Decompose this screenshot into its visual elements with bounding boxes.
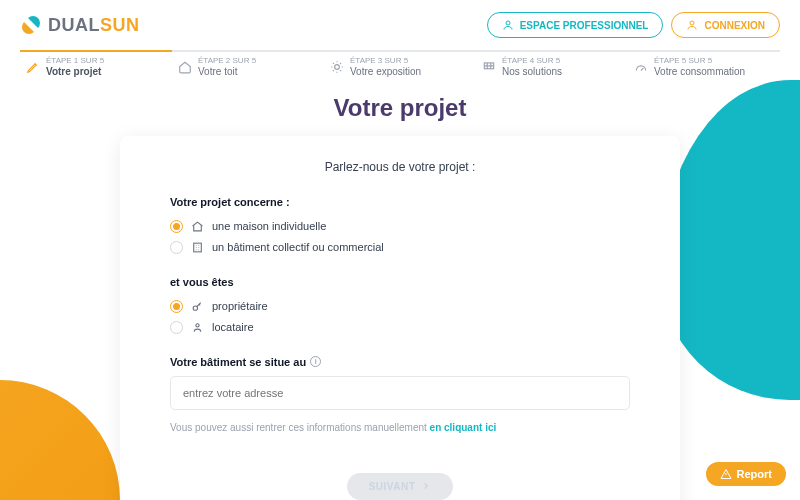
suivant-label: SUIVANT xyxy=(369,481,416,492)
header-buttons: ESPACE PROFESSIONNEL CONNEXION xyxy=(487,12,780,38)
step-4-label: ÉTAPE 4 SUR 5 xyxy=(502,56,562,66)
page-title: Votre projet xyxy=(0,94,800,122)
step-1-label: ÉTAPE 1 SUR 5 xyxy=(46,56,104,66)
step-5[interactable]: ÉTAPE 5 SUR 5 Votre consommation xyxy=(628,50,780,82)
radio-maison-individuelle[interactable]: une maison individuelle xyxy=(170,216,630,237)
svg-point-1 xyxy=(690,21,694,25)
radio-proprietaire[interactable]: propriétaire xyxy=(170,296,630,317)
pencil-icon xyxy=(26,60,40,74)
meter-icon xyxy=(634,60,648,74)
info-icon[interactable]: i xyxy=(310,356,321,367)
radio-label: propriétaire xyxy=(212,300,268,312)
svg-rect-4 xyxy=(194,243,202,252)
address-group: Votre bâtiment se situe au i Vous pouvez… xyxy=(170,356,630,433)
connexion-button[interactable]: CONNEXION xyxy=(671,12,780,38)
step-2-title: Votre toit xyxy=(198,66,256,78)
manual-entry-link[interactable]: en cliquant ici xyxy=(430,422,497,433)
svg-point-0 xyxy=(506,21,510,25)
radio-label: locataire xyxy=(212,321,254,333)
espace-professionnel-button[interactable]: ESPACE PROFESSIONNEL xyxy=(487,12,664,38)
svg-point-6 xyxy=(196,323,199,326)
panel-icon xyxy=(482,60,496,74)
step-1[interactable]: ÉTAPE 1 SUR 5 Votre projet xyxy=(20,50,172,82)
report-label: Report xyxy=(737,468,772,480)
chevron-right-icon xyxy=(421,481,431,491)
user-icon xyxy=(502,19,514,31)
header: DUALSUN ESPACE PROFESSIONNEL CONNEXION xyxy=(0,0,800,46)
key-icon xyxy=(191,300,204,313)
radio-locataire[interactable]: locataire xyxy=(170,317,630,338)
radio-indicator xyxy=(170,321,183,334)
svg-point-2 xyxy=(335,64,340,69)
building-icon xyxy=(191,241,204,254)
warning-icon xyxy=(720,468,732,480)
manual-entry-hint: Vous pouvez aussi rentrer ces informatio… xyxy=(170,422,630,433)
radio-label: un bâtiment collectif ou commercial xyxy=(212,241,384,253)
house-icon xyxy=(178,60,192,74)
form-intro: Parlez-nous de votre projet : xyxy=(170,160,630,174)
stepper: ÉTAPE 1 SUR 5 Votre projet ÉTAPE 2 SUR 5… xyxy=(0,50,800,82)
connexion-label: CONNEXION xyxy=(704,20,765,31)
step-2[interactable]: ÉTAPE 2 SUR 5 Votre toit xyxy=(172,50,324,82)
logo-icon xyxy=(20,14,42,36)
step-5-label: ÉTAPE 5 SUR 5 xyxy=(654,56,745,66)
logo-text-dual: DUAL xyxy=(48,15,100,35)
svg-point-5 xyxy=(193,306,197,310)
project-type-group: Votre projet concerne : une maison indiv… xyxy=(170,196,630,258)
report-button[interactable]: Report xyxy=(706,462,786,486)
step-1-title: Votre projet xyxy=(46,66,104,78)
sun-icon xyxy=(330,60,344,74)
address-label: Votre bâtiment se situe au i xyxy=(170,356,630,368)
radio-indicator xyxy=(170,241,183,254)
form-card: Parlez-nous de votre projet : Votre proj… xyxy=(120,136,680,500)
step-4[interactable]: ÉTAPE 4 SUR 5 Nos solutions xyxy=(476,50,628,82)
step-4-title: Nos solutions xyxy=(502,66,562,78)
radio-indicator xyxy=(170,300,183,313)
role-group: et vous êtes propriétaire locataire xyxy=(170,276,630,338)
role-label: et vous êtes xyxy=(170,276,630,288)
radio-indicator xyxy=(170,220,183,233)
user-icon xyxy=(191,321,204,334)
project-type-label: Votre projet concerne : xyxy=(170,196,630,208)
home-icon xyxy=(191,220,204,233)
step-3-label: ÉTAPE 3 SUR 5 xyxy=(350,56,421,66)
address-input[interactable] xyxy=(170,376,630,410)
suivant-button[interactable]: SUIVANT xyxy=(347,473,454,500)
step-3-title: Votre exposition xyxy=(350,66,421,78)
radio-batiment-collectif[interactable]: un bâtiment collectif ou commercial xyxy=(170,237,630,258)
logo-text-sun: SUN xyxy=(100,15,140,35)
step-2-label: ÉTAPE 2 SUR 5 xyxy=(198,56,256,66)
espace-professionnel-label: ESPACE PROFESSIONNEL xyxy=(520,20,649,31)
radio-label: une maison individuelle xyxy=(212,220,326,232)
step-3[interactable]: ÉTAPE 3 SUR 5 Votre exposition xyxy=(324,50,476,82)
logo[interactable]: DUALSUN xyxy=(20,14,140,36)
step-5-title: Votre consommation xyxy=(654,66,745,78)
user-icon xyxy=(686,19,698,31)
main: Votre projet Parlez-nous de votre projet… xyxy=(0,94,800,500)
